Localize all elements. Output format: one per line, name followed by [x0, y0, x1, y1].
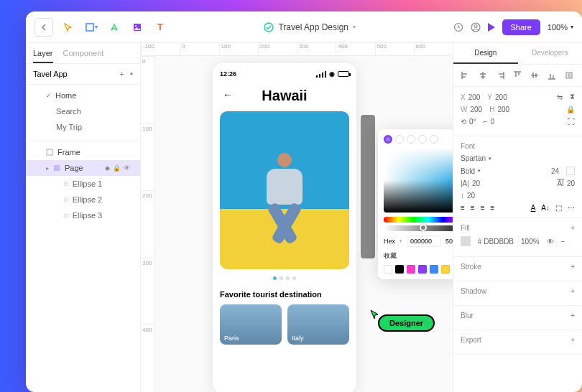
lock-aspect-icon[interactable]: 🔒	[566, 106, 575, 113]
text-case-icon[interactable]: A↓	[541, 204, 550, 212]
tree-mytrip[interactable]: My Trip	[26, 119, 140, 135]
share-button[interactable]: Share	[502, 19, 540, 35]
canvas[interactable]: -1000100200300400500600 0100200300400 12…	[141, 43, 453, 392]
svg-rect-7	[47, 149, 52, 155]
swatch[interactable]	[395, 265, 404, 274]
ruler-horizontal: -1000100200300400500600	[141, 43, 453, 56]
text-more-icon[interactable]: ⋯	[568, 204, 575, 212]
add-blur-icon[interactable]: +	[571, 312, 575, 319]
align-v-center-icon[interactable]	[530, 70, 540, 80]
tree-frame[interactable]: Frame	[26, 144, 140, 160]
chevron-down-icon: ▾	[353, 24, 356, 30]
tree-page[interactable]: ▸ Page ◆ 🔒 👁	[26, 160, 140, 176]
fill-opacity[interactable]: 100%	[521, 238, 540, 246]
timer-icon[interactable]: ⧗	[570, 93, 575, 101]
fill-type-angular[interactable]	[418, 135, 427, 144]
x-value[interactable]: 200	[468, 93, 481, 101]
swatch[interactable]	[441, 265, 450, 274]
swatch[interactable]	[407, 265, 415, 274]
fill-hex[interactable]: # DBDBDB	[478, 238, 514, 246]
text-align-left-icon[interactable]: ≡	[461, 204, 465, 212]
text-tool[interactable]: T	[154, 21, 167, 34]
color-picker[interactable]: ⊙ × ✐ Hex▾ 50% 收藏 +	[378, 129, 453, 279]
align-right-icon[interactable]	[495, 70, 505, 80]
rotate-icon: ⟲	[461, 118, 466, 126]
h-value[interactable]: 200	[497, 106, 509, 113]
fill-type-linear[interactable]	[395, 135, 404, 144]
topbar: ▾ T Travel App Design ▾ Share 100%▾	[26, 11, 582, 43]
document-title[interactable]: Travel App Design ▾	[175, 22, 445, 32]
distribute-icon[interactable]	[564, 70, 574, 80]
text-style-icon[interactable]: A	[531, 204, 536, 212]
fill-type-radial[interactable]	[407, 135, 415, 144]
tree-search[interactable]: Search	[26, 103, 140, 119]
fill-type-image[interactable]	[430, 135, 438, 144]
component-icon[interactable]: ◆	[105, 164, 110, 172]
frame-tool[interactable]: ▾	[85, 21, 98, 34]
opacity-value[interactable]: 50%	[445, 238, 453, 245]
collapse-icon[interactable]: ▴	[130, 70, 133, 78]
play-button[interactable]	[488, 23, 495, 32]
swatch[interactable]	[418, 265, 427, 274]
font-weight-select[interactable]: Bold ▾	[461, 167, 481, 175]
history-icon[interactable]	[453, 22, 463, 32]
collection-label: 收藏	[384, 251, 397, 261]
font-family-select[interactable]: Spartan ▾	[461, 154, 491, 162]
tree-home[interactable]: ✓Home	[26, 88, 140, 103]
rotation-value[interactable]: 0°	[469, 118, 476, 126]
font-section: Font Spartan ▾ Bold ▾ 24 |A|20 AI20 ↕20	[453, 136, 582, 218]
tree-ellipse-3[interactable]: ○Ellipse 3	[26, 207, 140, 223]
alpha-slider[interactable]	[384, 225, 453, 231]
tree-ellipse-2[interactable]: ○Ellipse 2	[26, 192, 140, 207]
visibility-icon[interactable]: 👁	[124, 164, 130, 172]
shadow-section: Shadow+	[453, 281, 582, 306]
left-panel-tabs: Layer Component	[26, 43, 140, 64]
add-fill-icon[interactable]: +	[571, 224, 575, 232]
align-bottom-icon[interactable]	[547, 70, 557, 80]
fill-swatch[interactable]	[461, 236, 471, 246]
tab-design[interactable]: Design	[453, 43, 518, 64]
w-value[interactable]: 200	[470, 106, 482, 113]
text-crop-icon[interactable]: ⬚	[555, 204, 562, 212]
artboard-mobile[interactable]: 12:26 ◉ ← Hawaii Favorite tourist destin…	[213, 63, 356, 392]
swatch[interactable]	[384, 265, 392, 274]
lock-icon[interactable]: 🔒	[113, 164, 121, 172]
tab-layer[interactable]: Layer	[33, 49, 53, 63]
text-align-right-icon[interactable]: ≡	[481, 204, 485, 212]
tab-developers[interactable]: Developers	[518, 43, 583, 64]
font-size-value[interactable]: 24	[551, 167, 559, 175]
fill-type-solid[interactable]	[384, 135, 392, 144]
collaborator-badge: Designer	[378, 314, 435, 332]
add-export-icon[interactable]: +	[571, 336, 575, 344]
font-options-icon[interactable]	[566, 167, 575, 175]
zoom-control[interactable]: 100%▾	[548, 23, 573, 32]
pen-tool[interactable]	[108, 21, 121, 34]
user-avatar-icon[interactable]	[471, 22, 481, 32]
fill-remove-icon[interactable]: −	[561, 238, 565, 246]
page-title: Hawaii	[220, 88, 349, 104]
svg-rect-0	[86, 24, 93, 31]
hue-slider[interactable]	[384, 217, 453, 223]
expand-corners-icon[interactable]: ⛶	[568, 118, 575, 126]
image-tool[interactable]	[131, 21, 144, 34]
flip-h-icon[interactable]: ⇋	[557, 93, 563, 101]
text-align-justify-icon[interactable]: ≡	[491, 204, 495, 212]
align-left-icon[interactable]	[461, 70, 471, 80]
add-page-icon[interactable]: +	[120, 70, 124, 78]
text-align-center-icon[interactable]: ≡	[471, 204, 475, 212]
color-field[interactable]	[384, 148, 453, 213]
tab-component[interactable]: Component	[63, 49, 104, 63]
add-shadow-icon[interactable]: +	[571, 287, 575, 295]
add-stroke-icon[interactable]: +	[571, 263, 575, 271]
tree-ellipse-1[interactable]: ○Ellipse 1	[26, 176, 140, 192]
back-button[interactable]	[34, 18, 53, 37]
hex-input[interactable]	[407, 235, 441, 247]
y-value[interactable]: 200	[495, 93, 507, 101]
corner-value[interactable]: 0	[490, 118, 494, 126]
fill-visibility-icon[interactable]: 👁	[547, 238, 554, 246]
swatch[interactable]	[430, 265, 438, 274]
project-row[interactable]: Tavel App + ▴	[26, 64, 140, 85]
cursor-tool[interactable]	[62, 21, 75, 34]
align-top-icon[interactable]	[512, 70, 522, 80]
align-h-center-icon[interactable]	[478, 70, 488, 80]
